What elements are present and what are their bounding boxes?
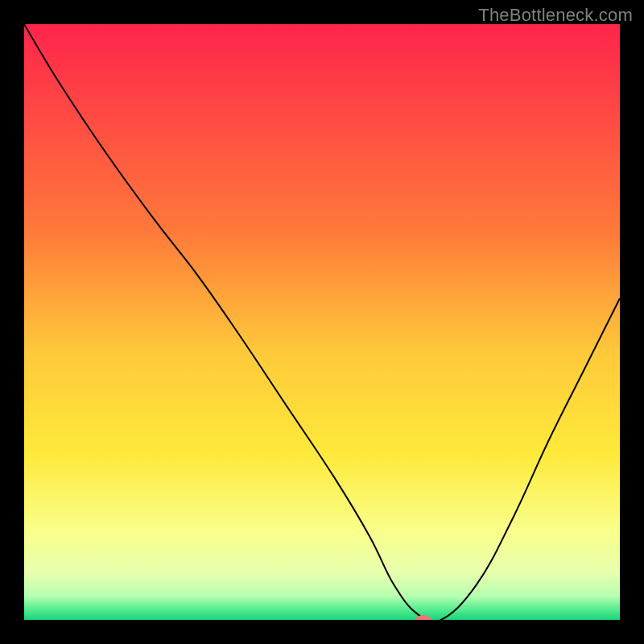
- gradient-background: [24, 24, 620, 620]
- chart-svg: [24, 24, 620, 620]
- watermark-label: TheBottleneck.com: [478, 5, 633, 26]
- plot-area: [24, 24, 620, 620]
- chart-wrap: TheBottleneck.com: [0, 0, 644, 644]
